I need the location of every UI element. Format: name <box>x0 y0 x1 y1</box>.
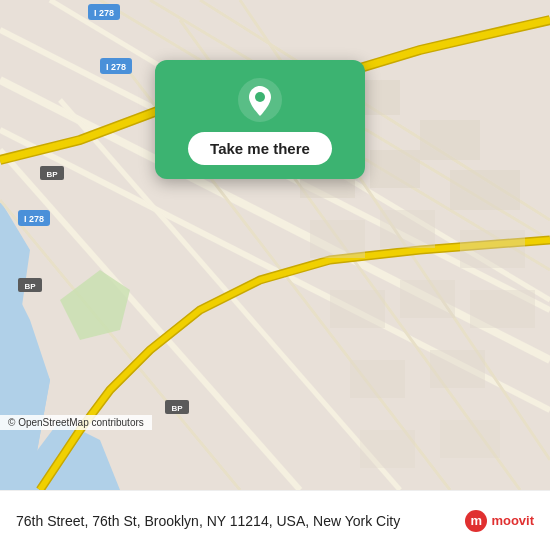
attribution-bar: © OpenStreetMap contributors <box>0 415 152 430</box>
svg-rect-40 <box>400 280 455 318</box>
moovit-logo-text: moovit <box>491 513 534 528</box>
svg-text:I 278: I 278 <box>106 62 126 72</box>
svg-text:BP: BP <box>171 404 183 413</box>
svg-text:I 278: I 278 <box>94 8 114 18</box>
svg-rect-32 <box>420 120 480 160</box>
svg-rect-35 <box>450 170 520 210</box>
svg-rect-44 <box>360 430 415 468</box>
svg-rect-38 <box>460 230 525 268</box>
svg-rect-45 <box>440 420 500 458</box>
popup-card: Take me there <box>155 60 365 179</box>
svg-text:BP: BP <box>46 170 58 179</box>
svg-rect-39 <box>330 290 385 328</box>
svg-text:BP: BP <box>24 282 36 291</box>
svg-rect-42 <box>350 360 405 398</box>
svg-point-47 <box>255 92 265 102</box>
svg-text:I 278: I 278 <box>24 214 44 224</box>
moovit-logo-icon: m <box>465 510 487 532</box>
take-me-there-button[interactable]: Take me there <box>188 132 332 165</box>
svg-rect-37 <box>380 210 435 248</box>
svg-rect-41 <box>470 290 535 328</box>
bottom-bar: 76th Street, 76th St, Brooklyn, NY 11214… <box>0 490 550 550</box>
svg-rect-34 <box>370 150 420 188</box>
address-text: 76th Street, 76th St, Brooklyn, NY 11214… <box>16 513 465 529</box>
map-container: I 278 I 278 I 278 BP BP BP <box>0 0 550 490</box>
svg-rect-36 <box>310 220 365 258</box>
moovit-logo: m moovit <box>465 510 534 532</box>
svg-rect-43 <box>430 350 485 388</box>
location-pin-icon <box>238 78 282 122</box>
attribution-text: © OpenStreetMap contributors <box>8 417 144 428</box>
